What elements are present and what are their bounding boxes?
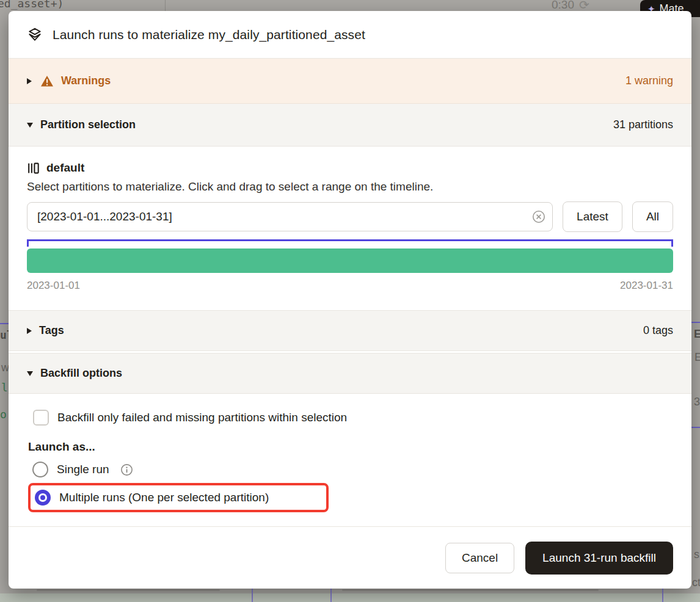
background-fragment: l — [1, 381, 8, 394]
timeline-date-row: 2023-01-01 2023-01-31 — [27, 280, 673, 292]
background-rule — [691, 427, 700, 428]
warnings-count: 1 warning — [625, 74, 673, 87]
launch-as-label: Launch as... — [28, 440, 673, 454]
warnings-section-header[interactable]: Warnings 1 warning — [9, 59, 691, 104]
background-gridline — [330, 587, 332, 602]
background-text-blur — [342, 589, 599, 591]
partition-selection-body: default Select partitions to materialize… — [9, 147, 691, 310]
radio-unselected[interactable] — [32, 462, 48, 477]
chevron-right-icon — [27, 328, 32, 334]
partition-range-wrap — [27, 202, 553, 231]
partition-helper-text: Select partitions to materialize. Click … — [27, 180, 673, 194]
checkbox-label: Backfill only failed and missing partiti… — [57, 411, 347, 424]
chevron-down-icon — [27, 371, 33, 376]
partition-range-row: Latest All — [27, 201, 673, 232]
multiple-runs-option[interactable]: Multiple runs (One per selected partitio… — [35, 488, 320, 507]
timeline-end-label: 2023-01-31 — [620, 280, 673, 292]
refresh-icon[interactable]: ⟳ — [579, 0, 589, 12]
single-run-label: Single run — [57, 463, 109, 476]
background-fragment: o — [0, 408, 7, 421]
tags-section-header[interactable]: Tags 0 tags — [9, 310, 691, 351]
background-fragment: s — [694, 548, 699, 561]
dialog-header: Launch runs to materialize my_daily_part… — [9, 11, 691, 59]
timeline-start-label: 2023-01-01 — [27, 280, 80, 292]
background-fragment: 3 — [694, 396, 700, 408]
info-icon[interactable] — [120, 463, 133, 476]
refresh-countdown: 0:30 ⟳ — [552, 0, 589, 12]
backfill-options-body: Backfill only failed and missing partiti… — [9, 394, 691, 526]
background-fragment: ct — [692, 576, 700, 589]
background-gridline — [252, 587, 253, 602]
single-run-option[interactable]: Single run — [32, 460, 673, 479]
clear-input-icon[interactable] — [532, 210, 545, 223]
background-rule — [691, 322, 700, 323]
partition-selection-header[interactable]: Partition selection 31 partitions — [9, 104, 691, 147]
warning-icon — [40, 75, 54, 87]
partition-range-input[interactable] — [27, 202, 553, 231]
background-divider — [165, 0, 166, 11]
screen: ed_asset+) 0:30 ⟳ ✦ Mate ul w l o E E 3 … — [0, 0, 700, 602]
cancel-button[interactable]: Cancel — [445, 543, 514, 573]
partition-selection-label: Partition selection — [40, 118, 136, 131]
warnings-label: Warnings — [61, 74, 111, 87]
annotation-highlight-box: Multiple runs (One per selected partitio… — [28, 483, 329, 512]
materialize-layers-icon — [27, 27, 43, 43]
partition-count: 31 partitions — [613, 118, 673, 131]
chevron-right-icon — [27, 78, 32, 84]
background-search-fragment: ed_asset+) — [0, 0, 64, 10]
timeline-selection-bracket — [27, 239, 673, 247]
background-gridline — [662, 587, 663, 602]
background-fragment: E — [695, 351, 700, 364]
backfill-options-header[interactable]: Backfill options — [9, 353, 691, 394]
backfill-options-label: Backfill options — [40, 367, 122, 380]
failed-missing-checkbox-row[interactable]: Backfill only failed and missing partiti… — [33, 410, 673, 426]
launch-backfill-button[interactable]: Launch 31-run backfill — [525, 542, 673, 575]
dialog-title: Launch runs to materialize my_daily_part… — [53, 27, 365, 42]
checkbox-unchecked[interactable] — [33, 410, 49, 426]
dimension-name: default — [46, 161, 84, 175]
launch-backfill-dialog: Launch runs to materialize my_daily_part… — [9, 11, 691, 589]
all-button[interactable]: All — [632, 201, 673, 232]
tags-label: Tags — [39, 324, 64, 337]
background-fragment: E — [694, 328, 700, 341]
background-rule — [0, 323, 9, 324]
background-text-blur — [37, 589, 220, 591]
tags-count: 0 tags — [643, 324, 673, 337]
partition-set-icon — [27, 162, 40, 175]
dimension-row: default — [27, 161, 673, 175]
background-table-band — [0, 593, 700, 602]
latest-button[interactable]: Latest — [563, 201, 622, 232]
chevron-down-icon — [27, 123, 33, 128]
timeline-selected-range[interactable] — [27, 248, 673, 273]
countdown-value: 0:30 — [552, 0, 574, 12]
dialog-footer: Cancel Launch 31-run backfill — [9, 526, 691, 589]
radio-selected[interactable] — [35, 490, 51, 506]
multiple-runs-label: Multiple runs (One per selected partitio… — [59, 491, 269, 504]
